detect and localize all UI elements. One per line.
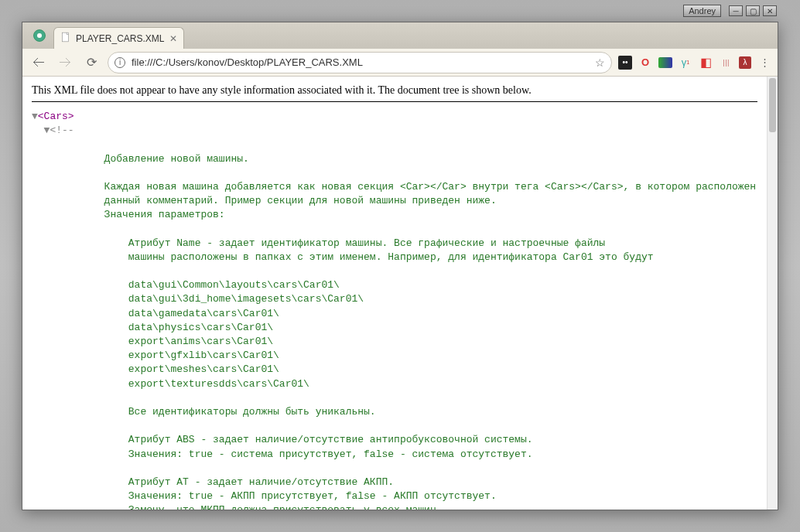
- file-icon: [60, 32, 71, 46]
- tab-title: PLAYER_CARS.XML: [76, 33, 165, 44]
- browser-menu-button[interactable]: ⋮: [757, 56, 771, 70]
- extensions-area: •• O γ1 ◧ ⫼ λ ⋮: [618, 56, 771, 70]
- svg-rect-2: [62, 32, 68, 42]
- extension-icon-7[interactable]: λ: [739, 56, 751, 69]
- extension-icon-5[interactable]: ◧: [699, 56, 713, 70]
- extension-icon-3[interactable]: [658, 57, 672, 68]
- window-minimize-button[interactable]: ─: [729, 5, 743, 16]
- address-url: file:///C:/Users/konov/Desktop/PLAYER_CA…: [132, 56, 589, 68]
- toolbar: 🡠 🡢 ⟳ i file:///C:/Users/konov/Desktop/P…: [22, 49, 778, 77]
- page-viewport: This XML file does not appear to have an…: [22, 77, 778, 510]
- os-window-controls: Andrey ─ ▢ ✕: [683, 5, 777, 17]
- xml-root-open: <Cars>: [38, 111, 74, 122]
- tab-active[interactable]: PLAYER_CARS.XML ✕: [53, 27, 184, 49]
- forward-button[interactable]: 🡢: [55, 53, 75, 73]
- bookmark-star-icon[interactable]: ☆: [595, 56, 605, 69]
- scrollbar-thumb[interactable]: [769, 78, 776, 132]
- tab-strip: PLAYER_CARS.XML ✕: [22, 22, 778, 49]
- extension-icon-2[interactable]: O: [638, 56, 652, 70]
- extension-icon-1[interactable]: ••: [618, 56, 632, 70]
- back-button[interactable]: 🡠: [29, 53, 49, 73]
- vertical-scrollbar[interactable]: [767, 77, 778, 510]
- xml-comment-open: <!--: [50, 124, 74, 136]
- xml-style-notice: This XML file does not appear to have an…: [32, 84, 757, 102]
- xml-tree: ▼<Cars> ▼<!-- Добавление новой машины. К…: [32, 110, 757, 510]
- window-close-button[interactable]: ✕: [763, 5, 777, 16]
- tab-close-button[interactable]: ✕: [169, 33, 177, 44]
- address-bar[interactable]: i file:///C:/Users/konov/Desktop/PLAYER_…: [108, 52, 612, 73]
- site-info-icon[interactable]: i: [115, 57, 125, 68]
- xml-comment-body: Добавление новой машины. Каждая новая ма…: [32, 153, 756, 510]
- extension-icon-4[interactable]: γ1: [679, 56, 692, 70]
- reload-button[interactable]: ⟳: [81, 53, 101, 73]
- os-user-badge: Andrey: [683, 5, 721, 17]
- browser-app-icon[interactable]: [29, 25, 50, 46]
- svg-point-1: [37, 33, 42, 38]
- browser-window: PLAYER_CARS.XML ✕ 🡠 🡢 ⟳ i file:///C:/Use…: [22, 22, 778, 510]
- extension-icon-6[interactable]: ⫼: [719, 56, 733, 70]
- disclosure-triangle[interactable]: ▼: [32, 111, 38, 122]
- window-maximize-button[interactable]: ▢: [746, 5, 760, 16]
